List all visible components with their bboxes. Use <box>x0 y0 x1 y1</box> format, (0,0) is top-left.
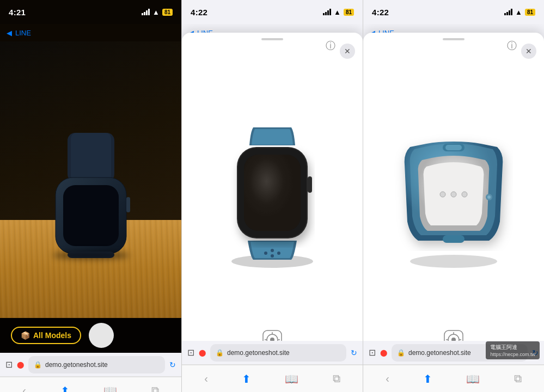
phone-panel-2: 4:22 ▲ 81 ◀ LINE ⓘ ✕ <box>181 0 363 392</box>
status-bar-3: 4:22 ▲ 81 <box>363 0 544 24</box>
browser-bar-2: ⊡ ⬤ 🔒 demo.getoneshot.site ↻ <box>182 341 363 365</box>
status-bar-1: 4:21 ▲ 81 <box>0 0 181 24</box>
book-nav-3[interactable]: 📖 <box>466 372 480 385</box>
svg-point-15 <box>264 252 267 255</box>
desktop-icon-1: ⊡ <box>5 359 13 370</box>
battery-1: 81 <box>162 9 173 16</box>
svg-rect-1 <box>71 133 111 181</box>
tabs-nav-2[interactable]: ⧉ <box>333 372 340 385</box>
back-nav-3[interactable]: ‹ <box>386 372 389 385</box>
model-container-2 <box>182 61 363 328</box>
svg-point-14 <box>271 254 274 258</box>
desktop-icon-3: ⊡ <box>369 347 376 358</box>
battery-3: 81 <box>525 9 535 16</box>
browser-nav-3: ‹ ⬆ 📖 ⧉ <box>363 365 544 392</box>
line-label-1: LINE <box>15 29 31 37</box>
svg-point-27 <box>462 192 467 197</box>
signal-icon-3 <box>504 9 512 15</box>
watch-3d-model-3 <box>388 121 519 268</box>
tabs-nav-1[interactable]: ⧉ <box>151 384 159 392</box>
status-bar-2: 4:22 ▲ 81 <box>182 0 363 24</box>
lock-icon-3: 🔒 <box>397 349 405 357</box>
phone-panel-3: 4:22 ▲ 81 ◀ LINE ⓘ ✕ <box>363 0 544 392</box>
url-bar-1[interactable]: 🔒 demo.getoneshot.site <box>28 356 165 373</box>
line-bar-1: ◀ LINE <box>0 24 181 41</box>
svg-point-26 <box>451 192 456 197</box>
wifi-icon-3: ▲ <box>515 8 522 16</box>
back-arrow-1: ◀ <box>7 29 12 37</box>
all-models-label: All Models <box>33 331 71 340</box>
sheet-header-3: ⓘ ✕ <box>363 40 544 61</box>
svg-rect-12 <box>308 176 312 193</box>
status-icons-2: ▲ 81 <box>323 8 354 16</box>
watch-3d-model-2 <box>207 121 338 268</box>
model-icon: 📦 <box>21 331 30 340</box>
record-icon-3: ⬤ <box>380 349 387 357</box>
record-icon-2: ⬤ <box>199 349 206 357</box>
share-nav-1[interactable]: ⬆ <box>60 384 70 393</box>
book-nav-1[interactable]: 📖 <box>103 384 117 393</box>
wifi-icon-2: ▲ <box>334 8 341 16</box>
wifi-icon-1: ▲ <box>152 8 160 16</box>
status-icons-1: ▲ 81 <box>142 8 173 16</box>
sheet-modal-3: ⓘ ✕ <box>363 33 544 392</box>
url-text-1: demo.getoneshot.site <box>45 361 160 369</box>
all-models-button[interactable]: 📦 All Models <box>11 327 81 344</box>
watch-photo-svg <box>39 133 143 258</box>
browser-nav-1: ‹ ⬆ 📖 ⧉ <box>0 377 181 392</box>
svg-rect-4 <box>63 185 119 246</box>
browser-icons-2: ⊡ ⬤ <box>187 347 206 358</box>
battery-2: 81 <box>344 9 354 16</box>
record-icon-1: ⬤ <box>17 361 24 369</box>
desktop-icon-2: ⊡ <box>187 347 194 358</box>
close-button-3[interactable]: ✕ <box>521 44 536 59</box>
phone-panel-1: 4:21 ▲ 81 ◀ LINE i <box>0 0 181 392</box>
sheet-header-2: ⓘ ✕ <box>182 40 363 61</box>
lock-icon-1: 🔒 <box>34 361 42 369</box>
time-2: 4:22 <box>191 8 207 17</box>
share-nav-3[interactable]: ⬆ <box>423 372 432 385</box>
watermark: 電腦王阿達 https://necpe.com.tw <box>486 341 540 359</box>
signal-icon-2 <box>323 9 331 15</box>
close-button-2[interactable]: ✕ <box>340 44 355 59</box>
model-container-3 <box>363 61 544 328</box>
info-btn-sheet-3[interactable]: ⓘ <box>507 39 517 52</box>
back-nav-2[interactable]: ‹ <box>204 372 208 385</box>
info-btn-sheet-2[interactable]: ⓘ <box>326 39 335 52</box>
url-bar-2[interactable]: 🔒 demo.getoneshot.site <box>210 344 346 362</box>
svg-rect-5 <box>126 197 130 212</box>
status-icons-3: ▲ 81 <box>504 8 535 16</box>
photo-area: i <box>0 41 181 318</box>
browser-icons-3: ⊡ ⬤ <box>369 347 387 358</box>
svg-point-24 <box>410 255 497 268</box>
share-nav-2[interactable]: ⬆ <box>242 372 251 385</box>
svg-point-32 <box>487 195 491 199</box>
sheet-modal-2: ⓘ ✕ <box>182 33 363 392</box>
controls-bar: 📦 All Models <box>0 318 181 353</box>
reload-button-1[interactable]: ↻ <box>169 360 176 369</box>
url-text-2: demo.getoneshot.site <box>227 349 341 357</box>
browser-bar-1: ⊡ ⬤ 🔒 demo.getoneshot.site ↻ <box>0 353 181 377</box>
svg-point-25 <box>440 192 445 197</box>
reload-button-2[interactable]: ↻ <box>351 348 357 357</box>
svg-rect-29 <box>445 145 462 150</box>
back-nav-1[interactable]: ‹ <box>22 384 26 392</box>
book-nav-2[interactable]: 📖 <box>285 372 298 385</box>
tabs-nav-3[interactable]: ⧉ <box>514 372 522 385</box>
time-1: 4:21 <box>9 8 26 17</box>
lock-icon-2: 🔒 <box>216 349 224 357</box>
svg-rect-11 <box>244 155 301 231</box>
signal-icon-1 <box>142 9 150 15</box>
browser-icons-1: ⊡ ⬤ <box>5 359 24 370</box>
watch-shadow <box>53 252 129 259</box>
time-3: 4:22 <box>372 8 389 17</box>
svg-point-13 <box>271 249 274 252</box>
circle-button[interactable] <box>89 323 114 348</box>
browser-nav-2: ‹ ⬆ 📖 ⧉ <box>182 365 363 392</box>
svg-rect-30 <box>443 235 464 243</box>
svg-point-16 <box>277 252 280 255</box>
